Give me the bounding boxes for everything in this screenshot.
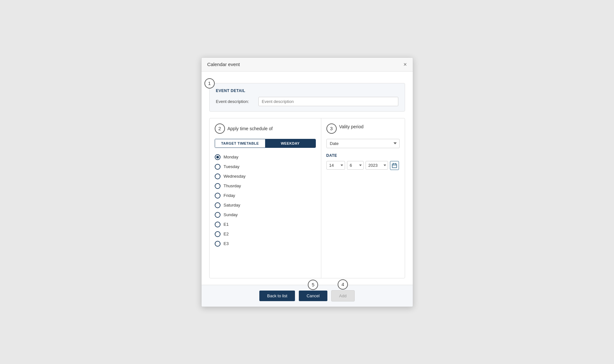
add-button[interactable]: Add [331, 290, 355, 301]
page-background: Calendar event × 1 EVENT DETAIL Event de… [0, 0, 614, 364]
modal-title: Calendar event [207, 62, 240, 67]
radio-monday[interactable]: Monday [215, 154, 316, 160]
radio-thursday-label: Thusrday [224, 183, 241, 188]
date-section-title: DATE [326, 153, 400, 158]
radio-e3[interactable]: E3 [215, 241, 316, 247]
day-select[interactable]: 14 [326, 161, 345, 170]
day-radio-group: Monday Tuesday Wednesday [215, 154, 316, 247]
radio-thursday-circle [215, 183, 221, 189]
radio-sunday[interactable]: Sunday [215, 212, 316, 218]
validity-type-select[interactable]: Date Period Always [326, 139, 400, 148]
calendar-event-modal: Calendar event × 1 EVENT DETAIL Event de… [201, 57, 413, 307]
event-description-label: Event description: [216, 99, 255, 104]
step-badge-2: 2 [215, 123, 225, 134]
radio-saturday[interactable]: Saturday [215, 202, 316, 208]
date-row: 14 6 2023 [326, 161, 400, 170]
radio-e1-circle [215, 222, 221, 227]
event-detail-title: EVENT DETAIL [216, 89, 398, 93]
step-badge-1: 1 [204, 78, 215, 89]
event-description-input[interactable] [258, 97, 398, 106]
modal-header: Calendar event × [202, 58, 413, 72]
year-select[interactable]: 2023 [366, 161, 388, 170]
modal-footer: Back to list 5 Cancel 4 Add [202, 285, 413, 307]
schedule-column: 2 Apply time schedule of TARGET TIMETABL… [210, 118, 321, 278]
radio-sunday-label: Sunday [224, 212, 238, 217]
radio-wednesday-circle [215, 174, 221, 179]
validity-header: 3 Vality period [326, 123, 400, 134]
radio-saturday-label: Saturday [224, 203, 240, 207]
radio-e3-label: E3 [224, 241, 229, 246]
radio-friday[interactable]: Friday [215, 193, 316, 199]
radio-friday-label: Friday [224, 193, 235, 198]
validity-column: 3 Vality period Date Period Always DATE … [321, 118, 405, 278]
radio-e2-circle [215, 231, 221, 237]
radio-thursday[interactable]: Thusrday [215, 183, 316, 189]
radio-e3-circle [215, 241, 221, 247]
radio-saturday-circle [215, 202, 221, 208]
schedule-title: Apply time schedule of [228, 126, 273, 131]
radio-wednesday-label: Wednesday [224, 174, 246, 179]
radio-e1-label: E1 [224, 222, 229, 227]
radio-tuesday-label: Tuesday [224, 164, 239, 169]
month-select[interactable]: 6 [347, 161, 364, 170]
radio-wednesday[interactable]: Wednesday [215, 174, 316, 179]
radio-e2[interactable]: E2 [215, 231, 316, 237]
calendar-icon[interactable] [390, 161, 399, 170]
radio-monday-label: Monday [224, 155, 238, 159]
weekday-tab[interactable]: WEEKDAY [265, 139, 316, 148]
timetable-tab-group: TARGET TIMETABLE WEEKDAY [215, 139, 316, 148]
back-to-list-button[interactable]: Back to list [259, 291, 295, 301]
svg-rect-0 [392, 164, 397, 168]
radio-tuesday[interactable]: Tuesday [215, 164, 316, 170]
radio-e1[interactable]: E1 [215, 222, 316, 227]
schedule-header: 2 Apply time schedule of [215, 123, 316, 134]
modal-overlay: Calendar event × 1 EVENT DETAIL Event de… [0, 0, 614, 364]
schedule-validity-area: 2 Apply time schedule of TARGET TIMETABL… [209, 118, 405, 278]
step-badge-5: 5 [308, 280, 318, 290]
close-button[interactable]: × [403, 62, 407, 67]
radio-monday-circle [215, 154, 221, 160]
cancel-button[interactable]: Cancel [299, 291, 327, 301]
radio-e2-label: E2 [224, 232, 229, 236]
validity-title: Vality period [339, 124, 364, 129]
radio-friday-circle [215, 193, 221, 199]
step-badge-3: 3 [326, 123, 337, 134]
event-description-row: Event description: [216, 97, 398, 106]
radio-sunday-circle [215, 212, 221, 218]
event-detail-section: 1 EVENT DETAIL Event description: [209, 83, 405, 112]
modal-body: 1 EVENT DETAIL Event description: 2 Appl… [202, 72, 413, 285]
step-badge-4: 4 [338, 279, 348, 290]
radio-tuesday-circle [215, 164, 221, 170]
target-timetable-tab[interactable]: TARGET TIMETABLE [215, 139, 265, 148]
